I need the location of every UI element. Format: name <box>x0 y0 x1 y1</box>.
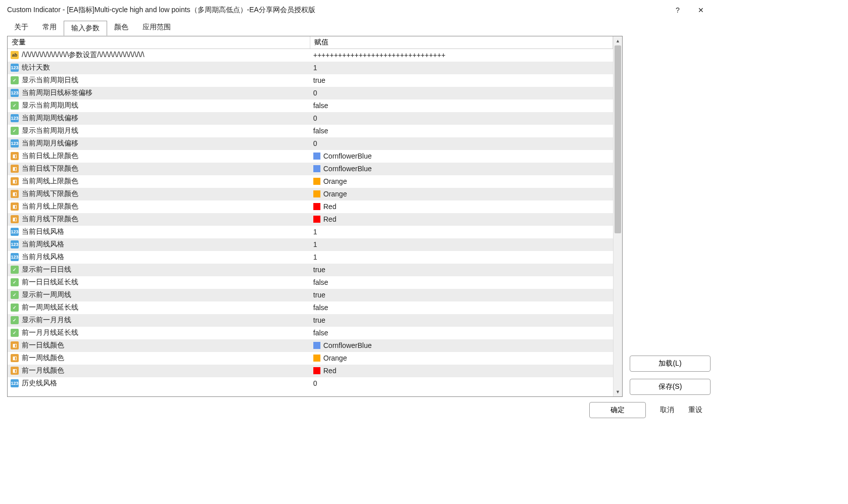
tab-0[interactable]: 关于 <box>7 20 35 35</box>
param-value[interactable]: 1 <box>313 64 317 72</box>
tab-2[interactable]: 输入参数 <box>64 21 107 36</box>
param-value[interactable]: false <box>313 127 328 135</box>
reset-button[interactable]: 重设 <box>688 406 702 415</box>
param-value[interactable]: true <box>313 266 325 274</box>
param-value[interactable]: ++++++++++++++++++++++++++++++++ <box>313 51 446 59</box>
bool-type-icon: ✓ <box>11 266 19 274</box>
tab-4[interactable]: 应用范围 <box>135 20 178 35</box>
param-value[interactable]: true <box>313 76 325 84</box>
close-button[interactable]: ✕ <box>689 3 713 18</box>
table-row[interactable]: ◧前一日线颜色CornflowerBlue <box>8 339 613 352</box>
param-name: 显示当前周期日线 <box>22 76 78 85</box>
table-row[interactable]: ◧当前日线下限颜色CornflowerBlue <box>8 163 613 175</box>
parameters-table: 变量 赋值 ab/\/\/\/\/\/\/\/\/\/\/\/\参数设置/\/\… <box>8 36 613 390</box>
scroll-track[interactable] <box>614 45 622 387</box>
param-value[interactable]: 0 <box>313 139 317 147</box>
param-value[interactable]: false <box>313 329 328 337</box>
param-value[interactable]: 1 <box>313 253 317 261</box>
table-row[interactable]: ✓显示当前周期月线false <box>8 125 613 137</box>
param-value[interactable]: true <box>313 291 325 299</box>
scroll-up-icon[interactable]: ▲ <box>614 36 622 45</box>
table-row[interactable]: 123当前日线风格1 <box>8 226 613 238</box>
param-name: 显示前一周周线 <box>22 290 71 299</box>
param-value[interactable]: Orange <box>323 177 347 185</box>
side-buttons: 加载(L) 保存(S) <box>630 36 711 397</box>
tab-1[interactable]: 常用 <box>35 20 64 35</box>
column-header-variable[interactable]: 变量 <box>8 36 310 49</box>
param-value[interactable]: Orange <box>323 190 347 198</box>
color-type-icon: ◧ <box>11 152 19 160</box>
param-name: 前一日线颜色 <box>22 341 64 350</box>
color-type-icon: ◧ <box>11 177 19 185</box>
param-name: 当前日线上限颜色 <box>22 152 78 161</box>
table-row[interactable]: ✓显示当前周期日线true <box>8 74 613 87</box>
param-value[interactable]: true <box>313 316 325 324</box>
bool-type-icon: ✓ <box>11 127 19 135</box>
color-swatch <box>313 190 320 197</box>
table-row[interactable]: ✓前一周周线延长线false <box>8 301 613 314</box>
table-row[interactable]: ◧当前月线下限颜色Red <box>8 213 613 226</box>
table-row[interactable]: ✓显示当前周期周线false <box>8 99 613 112</box>
param-value[interactable]: 0 <box>313 379 317 387</box>
table-scroll: 变量 赋值 ab/\/\/\/\/\/\/\/\/\/\/\/\参数设置/\/\… <box>8 36 613 396</box>
table-row[interactable]: 123当前周线风格1 <box>8 238 613 251</box>
table-row[interactable]: ab/\/\/\/\/\/\/\/\/\/\/\/\参数设置/\/\/\/\/\… <box>8 49 613 62</box>
save-button[interactable]: 保存(S) <box>630 379 711 395</box>
color-swatch <box>313 367 320 374</box>
ok-button[interactable]: 确定 <box>589 402 646 418</box>
tab-3[interactable]: 颜色 <box>107 20 135 35</box>
table-row[interactable]: 123历史线风格0 <box>8 377 613 390</box>
table-row[interactable]: ◧前一周线颜色Orange <box>8 352 613 365</box>
color-type-icon: ◧ <box>11 215 19 223</box>
param-value[interactable]: Red <box>323 215 337 223</box>
color-swatch <box>313 153 320 160</box>
table-row[interactable]: ✓前一日日线延长线false <box>8 276 613 289</box>
table-row[interactable]: ✓显示前一月月线true <box>8 314 613 327</box>
param-name: 前一月线颜色 <box>22 366 64 375</box>
param-value[interactable]: 0 <box>313 114 317 122</box>
vertical-scrollbar[interactable]: ▲ ▼ <box>613 36 622 396</box>
table-row[interactable]: 123当前周期周线偏移0 <box>8 112 613 125</box>
param-value[interactable]: Red <box>323 203 337 211</box>
param-value[interactable]: CornflowerBlue <box>323 341 372 349</box>
table-row[interactable]: 123统计天数1 <box>8 62 613 74</box>
param-value[interactable]: false <box>313 278 328 286</box>
param-value[interactable]: CornflowerBlue <box>323 165 372 173</box>
table-row[interactable]: ◧前一月线颜色Red <box>8 365 613 377</box>
num-type-icon: 123 <box>11 89 19 97</box>
window-title: Custom Indicator - [EA指标]Multi-cycle hig… <box>7 6 666 15</box>
color-swatch <box>313 342 320 349</box>
param-value[interactable]: 0 <box>313 89 317 97</box>
bool-type-icon: ✓ <box>11 329 19 337</box>
num-type-icon: 123 <box>11 114 19 122</box>
help-button[interactable]: ? <box>666 3 689 18</box>
param-value[interactable]: Red <box>323 367 337 375</box>
param-value[interactable]: 1 <box>313 228 317 236</box>
table-row[interactable]: ✓显示前一周周线true <box>8 289 613 301</box>
column-header-value[interactable]: 赋值 <box>310 36 613 49</box>
table-row[interactable]: ✓显示前一日日线true <box>8 264 613 276</box>
cancel-button[interactable]: 取消 <box>660 406 674 415</box>
param-name: 前一周周线延长线 <box>22 303 78 312</box>
param-value[interactable]: Orange <box>323 354 347 362</box>
content-area: 变量 赋值 ab/\/\/\/\/\/\/\/\/\/\/\/\参数设置/\/\… <box>0 36 718 423</box>
param-value[interactable]: false <box>313 102 328 110</box>
load-button[interactable]: 加载(L) <box>630 356 711 372</box>
param-name: 当前月线风格 <box>22 253 64 262</box>
scroll-down-icon[interactable]: ▼ <box>614 387 622 396</box>
table-row[interactable]: ◧当前周线上限颜色Orange <box>8 175 613 188</box>
param-value[interactable]: 1 <box>313 240 317 248</box>
param-name: 当前日线风格 <box>22 227 64 236</box>
table-row[interactable]: 123当前周期月线偏移0 <box>8 137 613 150</box>
table-row[interactable]: 123当前周期日线标签偏移0 <box>8 87 613 99</box>
table-row[interactable]: ◧当前日线上限颜色CornflowerBlue <box>8 150 613 163</box>
table-row[interactable]: ◧当前月线上限颜色Red <box>8 200 613 213</box>
table-row[interactable]: ◧当前周线下限颜色Orange <box>8 188 613 200</box>
param-value[interactable]: CornflowerBlue <box>323 152 372 160</box>
table-row[interactable]: 123当前月线风格1 <box>8 251 613 264</box>
param-value[interactable]: false <box>313 304 328 312</box>
table-row[interactable]: ✓前一月月线延长线false <box>8 327 613 339</box>
scroll-thumb[interactable] <box>615 45 621 233</box>
param-name: 当前周线上限颜色 <box>22 177 78 186</box>
color-type-icon: ◧ <box>11 341 19 349</box>
